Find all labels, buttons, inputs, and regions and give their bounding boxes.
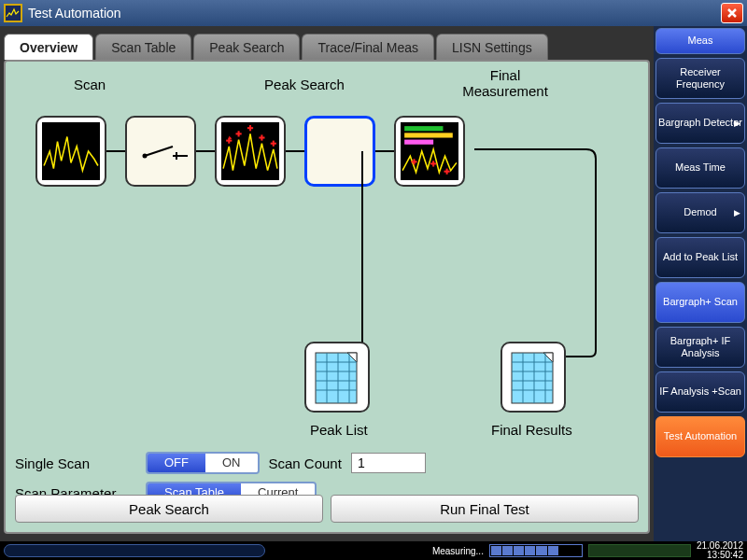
sidebar-add-peak-list[interactable]: Add to Peak List (655, 237, 745, 278)
overview-panel: Scan Peak Search Final Measurement (4, 60, 650, 534)
chevron-right-icon: ▶ (734, 208, 740, 218)
final-meas-node[interactable] (394, 116, 465, 187)
svg-rect-16 (404, 133, 453, 137)
sidebar-bargraph-detector[interactable]: Bargraph Detector▶ (655, 103, 745, 144)
sidebar-meas-time[interactable]: Meas Time (655, 147, 745, 189)
flow-diagram (35, 114, 618, 189)
single-scan-off[interactable]: OFF (148, 454, 205, 472)
status-field (588, 544, 691, 557)
final-meas-label: Final Measurement (435, 67, 575, 99)
svg-rect-24 (316, 353, 357, 403)
sidebar-if-analysis-scan[interactable]: IF Analysis +Scan (655, 371, 745, 413)
peak-list-node[interactable] (304, 342, 370, 413)
peak-list-label: Peak List (310, 422, 368, 438)
single-scan-toggle[interactable]: OFF ON (146, 452, 260, 474)
peak-search-node[interactable] (215, 116, 286, 187)
scan-node[interactable] (35, 116, 106, 187)
app-icon (4, 4, 22, 22)
final-results-node[interactable] (500, 342, 566, 413)
run-final-test-button[interactable]: Run Final Test (331, 495, 639, 523)
scan-label: Scan (43, 77, 136, 99)
window-title: Test Automation (28, 6, 721, 21)
svg-rect-33 (512, 353, 553, 403)
tab-scan-table[interactable]: Scan Table (95, 34, 191, 60)
tab-peak-search[interactable]: Peak Search (193, 34, 300, 60)
tab-bar: Overview Scan Table Peak Search Trace/Fi… (4, 30, 650, 60)
titlebar: Test Automation (0, 0, 747, 26)
single-scan-on[interactable]: ON (205, 454, 258, 472)
svg-rect-15 (404, 126, 443, 131)
scan-count-label: Scan Count (269, 455, 342, 471)
switch-node[interactable] (125, 116, 196, 187)
status-measuring: Measuring... (432, 546, 484, 556)
peak-search-button[interactable]: Peak Search (15, 495, 323, 523)
close-button[interactable] (721, 3, 743, 23)
peak-search-label: Peak Search (211, 77, 398, 99)
status-datetime: 21.06.2012 13:50:42 (697, 541, 743, 560)
single-scan-label: Single Scan (15, 455, 136, 471)
sidebar-test-automation[interactable]: Test Automation (655, 416, 745, 457)
tab-lisn[interactable]: LISN Settings (436, 34, 548, 60)
sidebar-receiver-frequency[interactable]: Receiver Frequency (655, 58, 745, 99)
tab-overview[interactable]: Overview (4, 34, 93, 60)
final-results-label: Final Results (491, 422, 572, 438)
selected-node[interactable] (304, 116, 375, 187)
progress-indicator (489, 544, 583, 557)
sidebar-demod[interactable]: Demod▶ (655, 192, 745, 233)
sidebar-bargraph-if[interactable]: Bargraph+ IF Analysis (655, 327, 745, 368)
svg-rect-17 (404, 140, 433, 145)
svg-line-2 (145, 147, 173, 156)
tab-trace-final[interactable]: Trace/Final Meas (302, 34, 434, 60)
sidebar-header[interactable]: Meas (655, 28, 745, 54)
svg-rect-0 (6, 6, 21, 21)
status-bar: Measuring... 21.06.2012 13:50:42 (0, 541, 747, 560)
chevron-right-icon: ▶ (734, 119, 740, 129)
scan-count-input[interactable] (351, 453, 426, 473)
status-track (4, 544, 265, 557)
sidebar-bargraph-scan[interactable]: Bargraph+ Scan (655, 282, 745, 323)
sidebar: Meas Receiver Frequency Bargraph Detecto… (654, 26, 747, 541)
